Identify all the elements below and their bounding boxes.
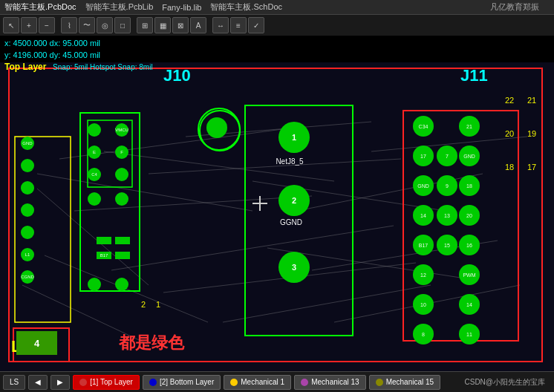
pad-c1-5: C4 (88, 168, 101, 181)
toolbar-zoom-in[interactable]: + (21, 17, 37, 33)
status-bottom-layer[interactable]: [2] Bottom Layer (143, 375, 221, 390)
snap-info: Snap: 5mil Hotspot Snap: 8mil (49, 63, 153, 71)
pad-mid-3: 3 (278, 252, 310, 283)
toolbar-drc[interactable]: ✓ (248, 17, 264, 33)
pad-r-5: B17 (413, 235, 434, 255)
pad-smd-2 (115, 237, 130, 244)
svg-text:22: 22 (505, 96, 514, 105)
pad-left-5 (21, 226, 34, 239)
toolbar-dimension[interactable]: ↔ (212, 17, 229, 33)
pad-rr-2: GND (459, 146, 480, 166)
pad-r-7: 10 (413, 294, 434, 315)
pad-c1-10 (115, 278, 128, 291)
svg-line-4 (74, 196, 312, 211)
pad-c1-3: E (88, 146, 101, 159)
pad-circle-inner (206, 117, 227, 138)
pad-c1-6 (115, 168, 128, 181)
pad-left-6: L1 (21, 248, 34, 261)
tab-pcblib[interactable]: 智能车主板.PcbLib (85, 1, 154, 13)
svg-line-6 (104, 151, 334, 181)
pad-smd-4 (115, 252, 130, 259)
tab-lib[interactable]: Fany-lib.lib (162, 3, 201, 12)
svg-text:18: 18 (505, 163, 514, 172)
pad-rr-3: 18 (459, 175, 480, 196)
info-bar: x: 4500.000 dx: 95.000 mil y: 4196.000 d… (0, 36, 554, 62)
pad-c1-7 (88, 192, 101, 206)
status-nav-next[interactable]: ▶ (50, 375, 70, 390)
toolbar-route[interactable]: ⌇ (61, 17, 77, 33)
pad-left-2 (21, 159, 34, 172)
tab-pcbdoc[interactable]: 智能车主板.PcbDoc (4, 1, 76, 13)
toolbar-via[interactable]: ◎ (97, 17, 113, 33)
watermark: 凡亿教育郑振 (490, 1, 539, 13)
toolbar-component[interactable]: ⊞ (137, 17, 153, 33)
pad-smd-1 (97, 237, 111, 244)
pad-rm-1: 7 (437, 146, 457, 166)
toolbar-string[interactable]: A (190, 17, 206, 33)
coord-info: x: 4500.000 dx: 95.000 mil (4, 37, 550, 49)
pad-rr-7: 14 (459, 294, 480, 315)
svg-text:17: 17 (527, 163, 536, 172)
pad-lm1-body: 4 (16, 331, 57, 355)
svg-line-8 (149, 159, 401, 174)
pad-rr-6: PWM (459, 264, 480, 285)
toolbar-pad[interactable]: □ (114, 17, 131, 33)
svg-line-7 (111, 226, 394, 270)
pad-rr-1: 21 (459, 116, 480, 137)
pad-c1-8 (115, 192, 128, 206)
status-right-label: CSDN@小阳先生的宝库 (459, 375, 552, 390)
pad-smd-3: B17 (97, 252, 111, 259)
status-top-layer[interactable]: [1] Top Layer (73, 375, 140, 390)
pcb-cursor (252, 196, 267, 211)
pad-r-4: 14 (413, 205, 434, 226)
pad-rr-5: 16 (459, 235, 480, 255)
pad-c1-2: VMCU (115, 123, 128, 137)
coord-y-info: y: 4196.000 dy: 45.000 mil (4, 49, 550, 61)
svg-text:20: 20 (505, 129, 514, 138)
pad-c1-9 (88, 278, 101, 291)
status-mech13[interactable]: Mechanical 13 (294, 375, 365, 390)
pad-c1-1 (88, 123, 101, 137)
pad-mid-2: 2 (278, 185, 310, 216)
svg-text:19: 19 (527, 129, 536, 138)
toolbar-align[interactable]: ≡ (230, 17, 247, 33)
toolbar-keepout[interactable]: ⊠ (172, 17, 189, 33)
pad-mid-1: 1 (278, 122, 310, 153)
pad-left-4 (21, 203, 34, 217)
status-mech15[interactable]: Mechanical 15 (369, 375, 440, 390)
pad-rm-3: 13 (437, 205, 457, 226)
net-label-2: GGND (269, 218, 313, 226)
pad-rm-2: 9 (437, 175, 457, 196)
status-nav-prev[interactable]: ◀ (28, 375, 48, 390)
pad-left-7: CGND (21, 270, 34, 284)
toolbar: ↖ + − ⌇ 〜 ◎ □ ⊞ ▦ ⊠ A ↔ ≡ ✓ (0, 15, 554, 36)
svg-text:21: 21 (527, 96, 536, 105)
svg-text:1: 1 (156, 300, 160, 309)
svg-text:都是绿色: 都是绿色 (118, 333, 185, 352)
svg-text:2: 2 (141, 300, 146, 309)
toolbar-copper[interactable]: ▦ (154, 17, 171, 33)
pad-r-6: 12 (413, 264, 434, 285)
svg-line-1 (37, 174, 252, 211)
current-layer-label: Top Layer (4, 62, 46, 72)
svg-line-11 (223, 285, 431, 322)
pcb-canvas: J10 J11 22 21 20 19 18 17 2 1 LM1 都是绿色 4… (0, 62, 554, 371)
pad-c1-4: F (115, 146, 128, 159)
pad-left-1: GND (21, 137, 34, 150)
pad-r-8: 8 (413, 324, 434, 344)
pad-rr-8: 11 (459, 324, 480, 344)
pad-r-1: C34 (413, 116, 434, 137)
tab-schdoc[interactable]: 智能车主板.SchDoc (210, 1, 282, 13)
pad-left-3 (21, 181, 34, 195)
pad-r-3: GND (413, 175, 434, 196)
toolbar-arrow[interactable]: ↖ (3, 17, 19, 33)
status-ls: LS (3, 375, 25, 390)
title-bar: 智能车主板.PcbDoc 智能车主板.PcbLib Fany-lib.lib 智… (0, 0, 554, 15)
status-mech1[interactable]: Mechanical 1 (224, 375, 291, 390)
pad-rm-4: 15 (437, 235, 457, 255)
pad-rr-4: 20 (459, 205, 480, 226)
toolbar-zoom-out[interactable]: − (39, 17, 55, 33)
net-label-1: NetJ8_5 (267, 157, 312, 166)
toolbar-track[interactable]: 〜 (79, 17, 95, 33)
status-bar: LS ◀ ▶ [1] Top Layer [2] Bottom Layer Me… (0, 371, 554, 392)
